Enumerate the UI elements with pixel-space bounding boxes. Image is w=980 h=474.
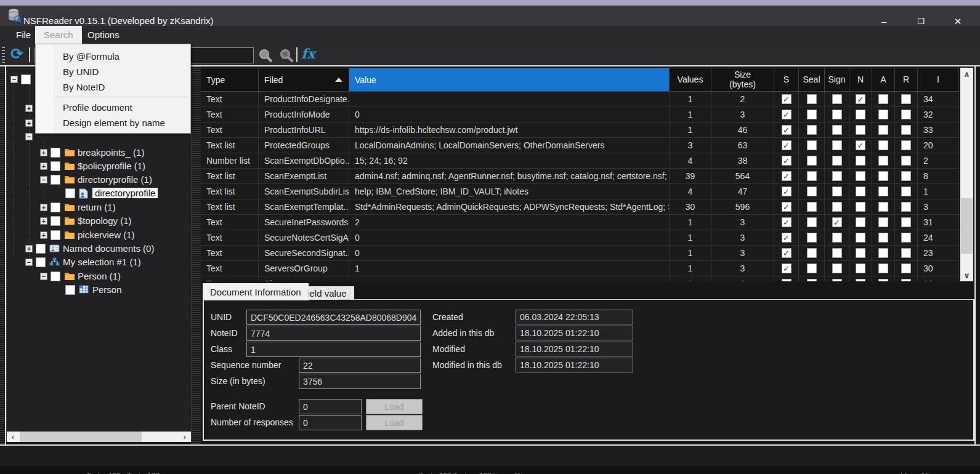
s-checkbox[interactable]: ✓ [782,263,792,273]
expand-icon[interactable]: + [25,245,33,252]
table-vertical-scrollbar[interactable]: ∧ ∨ [960,68,973,281]
collapse-icon[interactable]: − [10,76,18,83]
tree-checkbox[interactable] [51,216,60,226]
sign-checkbox[interactable] [832,140,842,150]
load-button[interactable]: Load [366,399,423,414]
r-checkbox[interactable] [901,156,911,166]
tree-item-label[interactable]: return (1) [78,202,116,212]
tree-item-label[interactable]: pickerview (1) [78,230,135,240]
seal-checkbox[interactable] [807,171,817,181]
tree-item-label[interactable]: $policyprofile (1) [78,161,145,171]
s-checkbox[interactable]: ✓ [782,110,792,119]
tree-checkbox[interactable] [51,203,60,212]
column-header-s[interactable]: S [774,68,799,92]
search-icon[interactable] [257,47,273,63]
seal-checkbox[interactable] [807,263,817,273]
collapse-icon[interactable]: − [25,133,33,140]
field-value-modified[interactable]: 18.10.2025 01:22:10 [516,342,633,356]
n-checkbox[interactable] [856,125,865,135]
tab-document-information[interactable]: Document Information [203,283,309,300]
seal-checkbox[interactable] [807,140,817,150]
a-checkbox[interactable] [878,140,888,150]
a-checkbox[interactable] [878,125,888,135]
scroll-up-icon[interactable]: ∧ [960,70,973,79]
seal-checkbox[interactable] [807,94,817,104]
menu-search[interactable]: Search [35,26,82,44]
tree-item-pickerview-1-[interactable]: +pickerview (1) [7,229,191,243]
seal-checkbox[interactable] [807,217,817,227]
field-value-modified-in-this-db[interactable]: 18.10.2025 01:22:10 [516,358,633,372]
tree-item-person[interactable]: Person [7,284,191,297]
a-checkbox[interactable] [878,110,888,119]
collapse-icon[interactable]: − [40,176,47,183]
tree-item-label[interactable]: breakpoints_ (1) [78,147,144,158]
a-checkbox[interactable] [878,171,888,181]
scroll-down-icon[interactable]: ∨ [960,271,973,280]
r-checkbox[interactable] [901,202,911,212]
a-checkbox[interactable] [878,248,888,258]
n-checkbox[interactable] [856,217,865,227]
s-checkbox[interactable]: ✓ [782,187,792,196]
n-checkbox[interactable] [856,233,865,243]
column-header-values[interactable]: Values [670,68,711,92]
field-value-unid[interactable]: DCF50C0ED246563C43258AD80068D904 [246,310,421,325]
a-checkbox[interactable] [878,94,888,104]
column-header-n[interactable]: N [849,68,872,92]
clear-search-icon[interactable] [278,47,294,63]
sign-checkbox[interactable] [832,171,842,181]
seal-checkbox[interactable] [807,233,817,243]
sign-checkbox[interactable] [832,187,842,196]
tree-item-return-1-[interactable]: +return (1) [7,201,191,215]
n-checkbox[interactable] [856,202,865,212]
n-checkbox[interactable]: ✓ [856,94,865,104]
r-checkbox[interactable] [901,279,911,281]
seal-checkbox[interactable] [807,248,817,258]
column-header-i[interactable]: I [918,68,959,92]
r-checkbox[interactable] [901,217,911,227]
expand-icon[interactable]: + [40,163,47,170]
tree-item--topology-1-[interactable]: +$topology (1) [7,215,191,228]
n-checkbox[interactable] [856,187,865,196]
tree-checkbox[interactable] [36,257,46,267]
r-checkbox[interactable] [901,248,911,258]
n-checkbox[interactable] [856,110,865,119]
a-checkbox[interactable] [878,187,888,196]
s-checkbox[interactable]: ✓ [782,156,792,166]
seal-checkbox[interactable] [807,202,817,212]
column-header-value[interactable]: Value [349,68,670,92]
s-checkbox[interactable]: ✓ [782,125,792,135]
tree-item-label[interactable]: Person (1) [78,271,121,281]
n-checkbox[interactable] [856,248,865,258]
expand-icon[interactable]: + [40,149,47,156]
formula-icon[interactable]: fx [301,46,315,62]
s-checkbox[interactable]: ✓ [782,140,792,150]
menu-item-by-formula[interactable]: By @Formula [36,49,190,64]
load-button[interactable]: Load [366,415,423,430]
a-checkbox[interactable] [878,156,888,166]
seal-checkbox[interactable] [807,187,817,196]
tree-item-directoryprofile[interactable]: directoryprofile [7,187,191,201]
tree-item--policyprofile-1-[interactable]: +$policyprofile (1) [7,160,191,174]
column-header-sign[interactable]: Sign [825,68,849,92]
r-checkbox[interactable] [901,171,911,181]
column-header-type[interactable]: Type [201,68,259,92]
sign-checkbox[interactable] [832,233,842,243]
a-checkbox[interactable] [878,233,888,243]
sign-checkbox[interactable] [832,248,842,258]
tree-checkbox[interactable] [65,285,75,295]
menu-item-design-element-by-name[interactable]: Design element by name [36,115,190,131]
refresh-icon[interactable]: ⟳ [10,45,23,63]
tree-checkbox[interactable] [51,271,60,281]
tree-checkbox[interactable] [51,175,60,185]
panel-splitter[interactable] [192,66,201,444]
collapse-icon[interactable]: − [40,273,47,280]
s-checkbox[interactable]: ✓ [782,279,792,281]
field-value-noteid[interactable]: 7774 [246,326,421,341]
tree-item-label[interactable]: $topology (1) [78,215,132,226]
r-checkbox[interactable] [901,94,911,104]
r-checkbox[interactable] [901,263,911,273]
r-checkbox[interactable] [901,233,911,243]
scrollbar-thumb[interactable] [961,198,973,254]
sign-checkbox[interactable] [832,263,842,273]
scrollbar-thumb[interactable] [20,432,142,442]
